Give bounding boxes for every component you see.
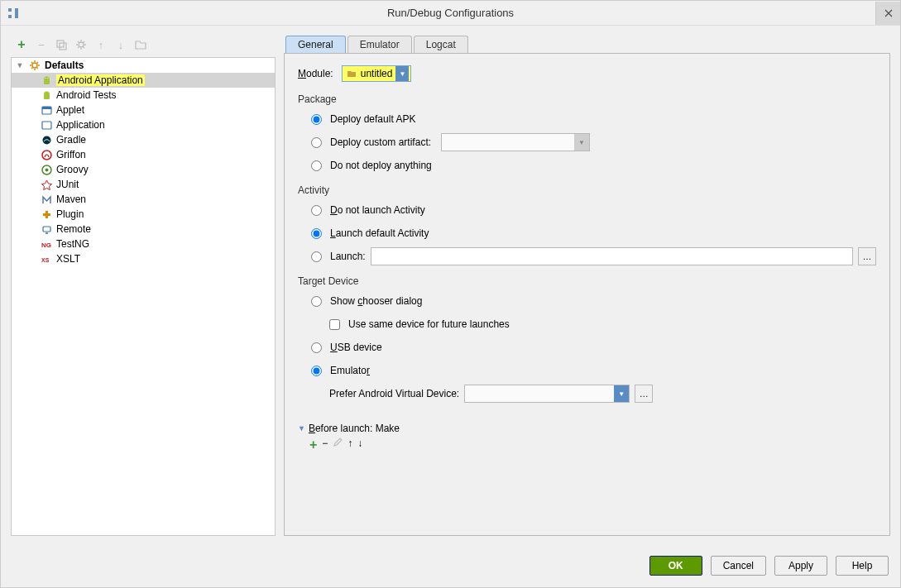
radio-input[interactable] — [311, 366, 322, 376]
svg-point-11 — [42, 136, 50, 144]
svg-rect-15 — [43, 227, 50, 232]
gradle-icon — [40, 133, 53, 146]
disclosure-icon[interactable]: ▼ — [15, 60, 25, 70]
svg-point-2 — [79, 42, 84, 47]
bl-edit-button[interactable] — [333, 437, 343, 452]
prefer-avd-select[interactable]: ▼ — [464, 385, 630, 403]
tab-emulator[interactable]: Emulator — [347, 36, 412, 53]
radio-input[interactable] — [311, 296, 322, 307]
svg-rect-7 — [44, 94, 50, 99]
tree-item-applet[interactable]: Applet — [12, 103, 275, 117]
radio-input[interactable] — [311, 114, 322, 125]
add-button[interactable]: + — [14, 37, 29, 52]
groovy-icon — [40, 163, 53, 176]
chevron-down-icon: ▼ — [574, 134, 589, 151]
tree-item-label: Groovy — [56, 164, 89, 175]
tabs: General Emulator Logcat — [284, 36, 890, 54]
apply-button[interactable]: Apply — [774, 556, 827, 576]
radio-do-not-launch[interactable]: Do not launch Activity — [298, 201, 876, 219]
copy-button[interactable] — [54, 37, 69, 52]
target-section: Target Device — [298, 275, 876, 287]
check-use-same-device[interactable]: Use same device for future launches — [298, 315, 876, 333]
tree-item-junit[interactable]: JUnit — [12, 177, 275, 192]
remote-icon — [40, 222, 53, 236]
window-title: Run/Debug Configurations — [1, 7, 900, 19]
launch-activity-input[interactable] — [371, 247, 853, 265]
module-select[interactable]: untitled ▼ — [342, 65, 412, 82]
radio-emulator[interactable]: Emulator — [298, 361, 876, 380]
close-button[interactable] — [875, 2, 900, 25]
tree-item-label: Griffon — [56, 149, 86, 160]
move-up-button[interactable]: ↑ — [93, 37, 108, 52]
radio-input[interactable] — [311, 160, 322, 171]
tree-item-griffon[interactable]: Griffon — [12, 147, 275, 162]
tree-item-application[interactable]: Application — [12, 117, 275, 132]
tab-logcat[interactable]: Logcat — [414, 36, 468, 53]
svg-rect-1 — [60, 43, 66, 50]
tree-item-gradle[interactable]: Gradle — [12, 132, 275, 147]
svg-rect-9 — [42, 107, 51, 109]
radio-label: Do not deploy anything — [330, 160, 432, 171]
radio-label: Emulator — [330, 365, 370, 376]
settings-button[interactable] — [74, 37, 89, 52]
ok-button[interactable]: OK — [649, 556, 702, 576]
radio-label: Deploy default APK — [330, 113, 415, 125]
bl-up-button[interactable]: ↑ — [347, 437, 352, 452]
tree-item-plugin[interactable]: Plugin — [12, 207, 275, 222]
tree-item-xslt[interactable]: XS XSLT — [12, 251, 275, 266]
config-tree[interactable]: ▼ Defaults Android Application — [11, 57, 276, 536]
radio-deploy-default[interactable]: Deploy default APK — [298, 110, 876, 128]
tree-item-label: JUnit — [56, 179, 79, 190]
radio-launch-specific[interactable]: Launch: … — [298, 247, 876, 265]
browse-avd-button[interactable]: … — [635, 385, 653, 403]
radio-do-not-deploy[interactable]: Do not deploy anything — [298, 156, 876, 174]
prefer-avd-label: Prefer Android Virtual Device: — [329, 388, 459, 399]
remove-button[interactable]: − — [34, 37, 49, 52]
package-section: Package — [298, 93, 876, 105]
disclosure-icon[interactable]: ▼ — [298, 424, 305, 433]
module-value: untitled — [361, 68, 393, 79]
radio-input[interactable] — [311, 205, 322, 216]
cancel-button[interactable]: Cancel — [711, 556, 766, 576]
radio-label: USB device — [330, 342, 382, 353]
tree-item-maven[interactable]: Maven — [12, 192, 275, 207]
tree-item-android-tests[interactable]: Android Tests — [12, 88, 275, 103]
svg-point-6 — [47, 77, 48, 78]
radio-input[interactable] — [311, 228, 322, 239]
help-button[interactable]: Help — [836, 556, 889, 576]
radio-usb-device[interactable]: USB device — [298, 338, 876, 356]
radio-input[interactable] — [311, 137, 322, 148]
move-down-button[interactable]: ↓ — [113, 37, 128, 52]
radio-input[interactable] — [311, 342, 322, 353]
tab-general[interactable]: General — [285, 36, 346, 53]
chevron-down-icon: ▼ — [395, 66, 409, 81]
checkbox-input[interactable] — [329, 319, 340, 330]
svg-point-3 — [32, 63, 37, 68]
radio-label: Deploy custom artifact: — [330, 136, 431, 148]
radio-show-chooser[interactable]: Show chooser dialog — [298, 292, 876, 310]
tree-item-remote[interactable]: Remote — [12, 222, 275, 237]
tree-root[interactable]: ▼ Defaults — [12, 58, 275, 73]
tree-item-testng[interactable]: NG TestNG — [12, 237, 275, 251]
radio-label: Show chooser dialog — [330, 295, 422, 307]
module-icon — [346, 68, 357, 79]
bl-add-button[interactable]: + — [309, 437, 317, 452]
folder-button[interactable] — [133, 37, 148, 52]
tree-item-android-application[interactable]: Android Application — [12, 73, 275, 88]
android-icon — [40, 74, 53, 87]
bl-down-button[interactable]: ↓ — [357, 437, 362, 452]
testng-icon: NG — [40, 237, 53, 251]
radio-label: Launch default Activity — [330, 227, 429, 239]
svg-text:NG: NG — [41, 241, 51, 249]
radio-launch-default[interactable]: Launch default Activity — [298, 224, 876, 242]
custom-artifact-select[interactable]: ▼ — [441, 133, 590, 151]
bl-remove-button[interactable]: − — [322, 437, 328, 452]
tree-item-label: Maven — [56, 194, 86, 205]
browse-activity-button[interactable]: … — [858, 247, 876, 265]
radio-input[interactable] — [311, 251, 322, 262]
tree-item-groovy[interactable]: Groovy — [12, 162, 275, 177]
right-pane: General Emulator Logcat Module: untitled… — [284, 36, 890, 536]
radio-label: Launch: — [330, 251, 366, 262]
module-label: Module: — [298, 68, 333, 79]
radio-deploy-custom[interactable]: Deploy custom artifact: ▼ — [298, 133, 876, 151]
